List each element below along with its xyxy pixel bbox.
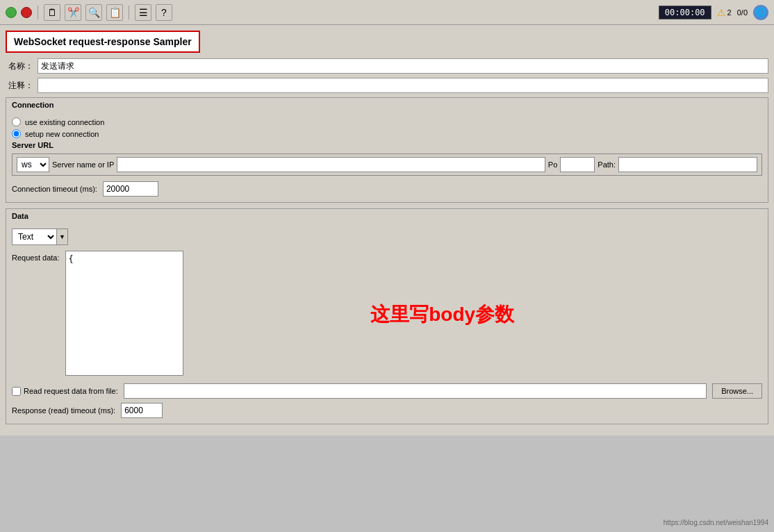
read-file-label: Read request data from file: bbox=[24, 387, 118, 395]
warning-count: 2 bbox=[727, 8, 732, 17]
server-name-input[interactable] bbox=[117, 157, 545, 172]
paste-icon[interactable]: 📋 bbox=[106, 4, 123, 21]
comment-row: 注释： bbox=[6, 78, 768, 93]
name-label: 名称： bbox=[6, 60, 33, 72]
read-file-row: Read request data from file: Browse... bbox=[12, 383, 762, 399]
response-timeout-row: Response (read) timeout (ms): bbox=[12, 403, 762, 418]
comment-input[interactable] bbox=[38, 78, 768, 93]
name-row: 名称： bbox=[6, 58, 768, 74]
toolbar: 🗒 ✂️ 🔍 📋 ☰ ? 00:00:00 ⚠ 2 0/0 🌐 bbox=[0, 0, 774, 25]
read-file-checkbox[interactable] bbox=[12, 387, 21, 396]
connection-section: Connection use existing connection setup… bbox=[6, 97, 768, 203]
sampler-title: WebSocket request-response Sampler bbox=[14, 36, 192, 47]
ratio-display: 0/0 bbox=[737, 8, 748, 17]
toolbar-left: 🗒 ✂️ 🔍 📋 ☰ ? bbox=[6, 4, 656, 21]
radio-row-1: use existing connection bbox=[12, 117, 762, 126]
time-display: 00:00:00 bbox=[659, 6, 711, 19]
response-timeout-input[interactable] bbox=[121, 403, 163, 418]
url-row: ws wss Server name or IP Po Path: bbox=[12, 153, 762, 176]
read-file-checkbox-label: Read request data from file: bbox=[12, 387, 118, 396]
watermark: https://blog.csdn.net/weishan1994 bbox=[664, 519, 768, 526]
type-dropdown-row: Text Binary ▼ bbox=[12, 228, 762, 245]
port-input[interactable] bbox=[560, 157, 595, 172]
warning-badge: ⚠ 2 bbox=[717, 7, 732, 18]
list-icon[interactable]: ☰ bbox=[135, 4, 151, 21]
warning-icon: ⚠ bbox=[717, 7, 726, 18]
protocol-dropdown[interactable]: ws wss bbox=[17, 157, 49, 172]
request-data-label: Request data: bbox=[12, 253, 60, 262]
sampler-title-panel: WebSocket request-response Sampler bbox=[6, 31, 200, 53]
file-path-input[interactable] bbox=[124, 383, 707, 399]
request-data-textarea[interactable]: { bbox=[65, 251, 183, 376]
path-label: Path: bbox=[598, 160, 616, 169]
path-input[interactable] bbox=[618, 157, 757, 172]
start-icon[interactable] bbox=[6, 7, 17, 18]
setup-new-radio[interactable] bbox=[12, 129, 21, 138]
use-existing-label: use existing connection bbox=[25, 118, 104, 126]
connection-timeout-row: Connection timeout (ms): bbox=[12, 181, 762, 197]
radio-row-2: setup new connection bbox=[12, 129, 762, 138]
connection-header: Connection bbox=[6, 98, 768, 112]
comment-label: 注释： bbox=[6, 80, 33, 92]
main-content: WebSocket request-response Sampler 名称： 注… bbox=[0, 25, 774, 435]
server-url-label: Server URL bbox=[12, 141, 762, 149]
data-body: Text Binary ▼ Request data: { 这里写body参数 … bbox=[6, 223, 768, 424]
edit-icon[interactable]: ✂️ bbox=[65, 4, 81, 21]
use-existing-radio[interactable] bbox=[12, 117, 21, 126]
request-data-row: Request data: { 这里写body参数 bbox=[12, 251, 762, 378]
type-dropdown-arrow[interactable]: ▼ bbox=[57, 228, 68, 245]
stop-icon[interactable] bbox=[21, 7, 32, 18]
toolbar-right: 00:00:00 ⚠ 2 0/0 🌐 bbox=[659, 5, 768, 20]
name-input[interactable] bbox=[38, 58, 768, 74]
response-timeout-label: Response (read) timeout (ms): bbox=[12, 406, 115, 415]
server-name-label: Server name or IP bbox=[52, 160, 114, 169]
search-icon[interactable]: 🔍 bbox=[85, 4, 102, 21]
setup-new-label: setup new connection bbox=[25, 130, 99, 138]
port-label: Po bbox=[548, 160, 557, 169]
data-header: Data bbox=[6, 209, 768, 223]
data-type-select[interactable]: Text Binary bbox=[12, 228, 57, 245]
body-annotation: 这里写body参数 bbox=[370, 301, 514, 328]
script-icon[interactable]: 🗒 bbox=[44, 4, 60, 21]
connection-timeout-input[interactable] bbox=[103, 181, 158, 197]
separator-1 bbox=[38, 6, 38, 19]
globe-icon[interactable]: 🌐 bbox=[753, 5, 768, 20]
help-icon[interactable]: ? bbox=[156, 4, 172, 21]
browse-button[interactable]: Browse... bbox=[712, 383, 762, 399]
separator-2 bbox=[129, 6, 129, 19]
protocol-select[interactable]: ws wss bbox=[17, 157, 49, 172]
connection-timeout-label: Connection timeout (ms): bbox=[12, 185, 97, 193]
textarea-container: { 这里写body参数 bbox=[65, 251, 763, 378]
connection-body: use existing connection setup new connec… bbox=[6, 112, 768, 202]
data-section: Data Text Binary ▼ Request data: { 这里写bo… bbox=[6, 208, 768, 424]
